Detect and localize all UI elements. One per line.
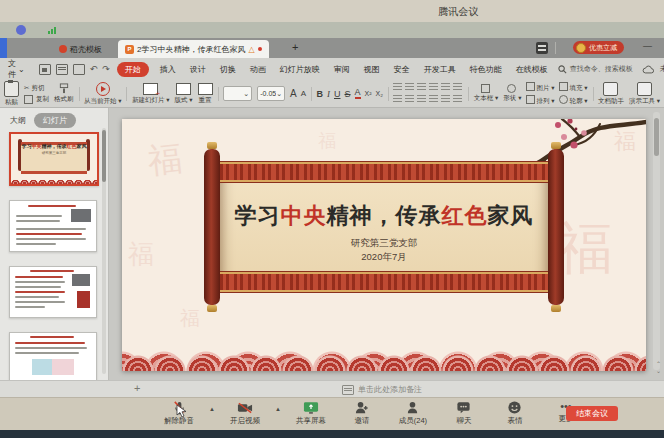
- network-signal-icon[interactable]: [48, 27, 56, 34]
- emoji-button[interactable]: 表情: [494, 400, 536, 426]
- warning-icon: △: [248, 45, 254, 54]
- play-from-current-button[interactable]: 从当前开始 ▾: [84, 82, 122, 106]
- next-slide-button[interactable]: ⌄: [656, 369, 661, 374]
- notes-placeholder-area[interactable]: 单击此处添加备注: [342, 384, 422, 395]
- reset-button[interactable]: 重置: [198, 83, 213, 105]
- video-options-caret[interactable]: ▲: [275, 406, 281, 412]
- scroll-border-top: [220, 161, 548, 183]
- paragraph-tools-group[interactable]: [393, 83, 463, 105]
- italic-button[interactable]: I: [327, 89, 330, 99]
- outline-button[interactable]: 轮廓 ▾: [559, 95, 587, 106]
- meeting-security-shield-icon[interactable]: [16, 25, 26, 35]
- slide-thumbnail-3[interactable]: [9, 266, 97, 318]
- underline-button[interactable]: U: [334, 89, 341, 99]
- tab-home-ribbon[interactable]: 开始: [117, 62, 149, 77]
- tab-special-features[interactable]: 特色功能: [467, 62, 505, 77]
- end-meeting-button[interactable]: 结束会议: [566, 406, 618, 421]
- tab-view[interactable]: 视图: [361, 62, 383, 77]
- new-tab-button[interactable]: +: [292, 41, 298, 53]
- layout-button[interactable]: 版式 ▾: [174, 83, 192, 105]
- slide-thumbnail-1[interactable]: 学习中央精神，传承红色家风 研究第三党支部: [9, 132, 99, 186]
- copy-button[interactable]: 复制: [24, 95, 49, 104]
- meeting-titlebar: 腾讯会议: [0, 0, 664, 23]
- canvas-scrollbar[interactable]: [653, 112, 660, 370]
- tab-transition[interactable]: 切换: [217, 62, 239, 77]
- shape-button[interactable]: 形状 ▾: [503, 84, 521, 103]
- tab-outline[interactable]: 大纲: [10, 115, 26, 126]
- paste-button[interactable]: 粘贴: [4, 81, 19, 107]
- slide-canvas[interactable]: 福 福 福 福 福 福: [122, 119, 646, 371]
- bold-button[interactable]: B: [317, 89, 324, 99]
- minimize-button[interactable]: —: [643, 41, 652, 51]
- font-family-combo[interactable]: ⌄: [223, 86, 252, 101]
- redo-icon[interactable]: ↷: [102, 64, 110, 74]
- superscript-button[interactable]: X²: [365, 90, 372, 97]
- doc-assistant-button[interactable]: 文档助手: [598, 82, 624, 106]
- add-slide-button[interactable]: +: [134, 382, 140, 394]
- textbox-button[interactable]: 文本框 ▾: [474, 84, 499, 103]
- tab-insert[interactable]: 插入: [157, 62, 179, 77]
- mic-options-caret[interactable]: ▲: [209, 406, 215, 412]
- file-menu[interactable]: 文件⌄: [8, 58, 25, 80]
- promo-discount-button[interactable]: 优惠立减: [573, 41, 624, 54]
- tab-online-templates[interactable]: 在线模板: [513, 62, 551, 77]
- ppt-doc-icon: P: [125, 45, 134, 54]
- bottom-strip: [0, 430, 664, 438]
- save-icon[interactable]: [39, 64, 51, 75]
- present-tools-button[interactable]: 演示工具 ▾: [629, 82, 660, 106]
- app-badge-icon[interactable]: [536, 42, 548, 54]
- invite-button[interactable]: 邀请: [341, 400, 383, 426]
- tab-current-document[interactable]: P 2学习中央精神，传承红色家风 △: [118, 40, 269, 58]
- cloud-sync-icon[interactable]: [642, 65, 654, 74]
- textbox-icon: [481, 84, 490, 93]
- share-screen-icon: [303, 400, 319, 415]
- print-icon[interactable]: [56, 64, 68, 75]
- undo-icon[interactable]: ↶: [90, 64, 98, 74]
- tab-design[interactable]: 设计: [187, 62, 209, 77]
- members-button[interactable]: 成员(24): [392, 400, 434, 426]
- slide-thumbnail-4[interactable]: [9, 332, 97, 384]
- format-painter-button[interactable]: 格式刷: [54, 83, 74, 104]
- share-screen-button[interactable]: 共享屏幕: [290, 400, 332, 426]
- slide-subtitle-org: 研究第三党支部: [220, 237, 548, 250]
- tab-security[interactable]: 安全: [391, 62, 413, 77]
- tab-docer-templates[interactable]: 稻壳模板: [52, 40, 109, 58]
- scroll-border-bottom: [220, 271, 548, 293]
- scroll-parchment: 学习中央精神，传承红色家风 研究第三党支部 2020年7月: [220, 161, 548, 293]
- tab-devtools[interactable]: 开发工具: [421, 62, 459, 77]
- prev-slide-button[interactable]: ⌃: [656, 362, 661, 367]
- fill-button[interactable]: 填充 ▾: [559, 82, 587, 93]
- tab-slideshow[interactable]: 幻灯片放映: [277, 62, 323, 77]
- grow-font-button[interactable]: A: [290, 88, 297, 99]
- preview-icon[interactable]: [73, 64, 85, 75]
- tab-slides[interactable]: 幻灯片: [34, 113, 76, 128]
- chat-button[interactable]: 聊天: [443, 400, 485, 426]
- tab-animation[interactable]: 动画: [247, 62, 269, 77]
- wps-tab-bar: 稻壳模板 P 2学习中央精神，传承红色家风 △ + 优惠立减 —: [0, 38, 664, 58]
- scroll-roller-left: [204, 149, 220, 305]
- font-color-button[interactable]: A: [355, 88, 361, 99]
- fill-icon: [559, 82, 568, 91]
- strikethrough-button[interactable]: S: [345, 89, 351, 99]
- start-video-button[interactable]: 开启视频: [224, 400, 266, 426]
- subscript-button[interactable]: X₂: [376, 90, 383, 97]
- wps-workspace: 大纲 幻灯片 学习中央精神，传承红色家风 研究第三党支部: [0, 108, 664, 380]
- tab-review[interactable]: 审阅: [331, 62, 353, 77]
- font-size-combo[interactable]: -0.05⌄: [257, 86, 285, 101]
- slide-subtitle-date: 2020年7月: [220, 251, 548, 264]
- coin-icon: [576, 43, 586, 53]
- picture-button[interactable]: 图片 ▾: [526, 82, 554, 93]
- cut-button[interactable]: ✂剪切: [24, 84, 49, 93]
- paste-icon: [4, 81, 19, 97]
- members-icon: [405, 400, 420, 415]
- arrange-button[interactable]: 排列 ▾: [526, 95, 554, 106]
- slide-nav-buttons[interactable]: ⌃ ⌄: [656, 362, 661, 374]
- new-slide-button[interactable]: 新建幻灯片 ▾: [132, 83, 170, 105]
- panel-scrollbar[interactable]: [102, 128, 106, 374]
- cloud-pattern: [122, 327, 646, 371]
- shrink-font-button[interactable]: A: [301, 89, 306, 98]
- slide-thumbnail-2[interactable]: [9, 200, 97, 252]
- command-search[interactable]: 查找命令、搜索模板: [558, 64, 633, 74]
- wps-home-button[interactable]: [0, 38, 7, 58]
- sync-status[interactable]: 未同步 ▾: [660, 64, 664, 74]
